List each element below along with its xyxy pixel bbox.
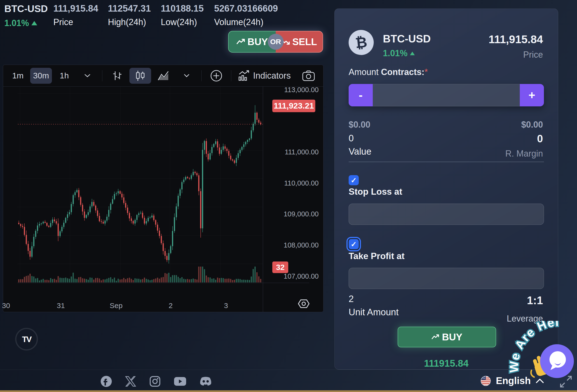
panel-symbol-block: BTC-USD 1.01% (383, 33, 431, 58)
stop-loss-input[interactable] (349, 204, 544, 225)
panel-price: 111,915.84 (489, 33, 543, 46)
price-axis-label: 109,000.00 (275, 210, 319, 218)
time-axis-label: 2 (169, 301, 173, 310)
value-qty: 0 (349, 133, 371, 144)
increase-amount-button[interactable]: + (520, 84, 544, 106)
toolbar-divider (102, 70, 102, 81)
price-axis-label: 110,000.00 (275, 179, 319, 187)
amount-stepper: - + (349, 84, 544, 106)
tradingview-logo[interactable]: TV (15, 328, 38, 351)
amount-contracts-label: Amount Contracts:* (349, 67, 428, 77)
symbol-title: BTC-USD (4, 3, 48, 14)
header-symbol-block: BTC-USD 1.01% (4, 3, 48, 28)
time-axis-label: 30 (2, 301, 10, 310)
time-axis-label: Sep (109, 301, 122, 310)
snapshot-camera-button[interactable] (298, 68, 319, 84)
volume-value-tag: 32 (272, 261, 288, 273)
price-axis-label: 111,000.00 (275, 148, 319, 156)
up-triangle-icon (31, 21, 37, 25)
value-label: Value (349, 146, 371, 157)
interval-30m-button[interactable]: 30m (30, 68, 52, 84)
price-axis-label: 113,000.00 (275, 86, 319, 94)
indicators-icon (238, 70, 250, 81)
trend-up-icon (236, 38, 246, 45)
chat-bubble-button[interactable] (540, 344, 574, 378)
value-usd: $0.00 (349, 120, 371, 130)
stat-volume: 5267.03166609 Volume(24h) (214, 3, 278, 27)
x-twitter-icon[interactable] (125, 376, 136, 387)
unit-value: 2 (349, 294, 398, 304)
leverage-block: 1:1 Leverage (507, 294, 543, 324)
bars-style-button[interactable] (106, 68, 128, 84)
time-axis-label: 3 (224, 301, 228, 310)
youtube-icon[interactable] (174, 377, 187, 386)
change-badge: 1.01% (4, 18, 48, 28)
unit-label: Unit Amount (349, 307, 398, 318)
stat-low: 110188.15 Low(24h) (161, 3, 204, 27)
up-triangle-icon (410, 52, 415, 55)
facebook-icon[interactable] (100, 375, 112, 388)
margin-block: $0.00 0 R. Margin (505, 120, 543, 159)
area-style-button[interactable] (153, 68, 174, 84)
order-panel: ₿ BTC-USD 1.01% 111,915.84 Price Amount … (334, 8, 558, 370)
margin-label: R. Margin (505, 149, 543, 159)
check-icon: ✓ (351, 240, 357, 248)
bottom-accent-bar (0, 390, 577, 392)
buy-submit-button[interactable]: BUY (398, 327, 496, 347)
section-divider (349, 162, 544, 162)
price-axis-label: 107,000.00 (275, 272, 319, 280)
value-block: $0.00 0 Value (349, 120, 371, 157)
panel-symbol: BTC-USD (383, 33, 431, 45)
compare-add-button[interactable] (205, 68, 227, 84)
stat-price: 111,915.84 Price (53, 3, 98, 27)
take-profit-input[interactable] (349, 268, 544, 289)
indicators-button[interactable]: Indicators (235, 68, 293, 84)
panel-change: 1.01% (383, 48, 431, 58)
check-icon: ✓ (351, 176, 357, 185)
chart-toolbar: 1m 30m 1h (3, 65, 323, 87)
margin-qty: 0 (505, 133, 543, 145)
style-dropdown-chevron[interactable] (176, 68, 197, 84)
panel-price-block: 111,915.84 Price (489, 33, 543, 60)
buy-sell-toggle: BUY SELL OR (228, 31, 323, 53)
leverage-value: 1:1 (507, 294, 543, 307)
social-links (100, 375, 212, 388)
toolbar-divider (201, 70, 202, 81)
amount-input[interactable] (373, 84, 520, 106)
candles-style-button[interactable] (129, 68, 151, 84)
take-profit-label: Take Profit at (349, 251, 405, 261)
discord-icon[interactable] (199, 376, 212, 387)
bitcoin-icon: ₿ (347, 29, 375, 56)
interval-1h-button[interactable]: 1h (53, 68, 75, 84)
stop-loss-checkbox[interactable]: ✓ (349, 175, 359, 185)
footer-divider (0, 370, 577, 370)
price-axis-label: 108,000.00 (275, 241, 319, 249)
stat-high: 112547.31 High(24h) (108, 3, 151, 27)
interval-dropdown-chevron[interactable] (76, 68, 98, 84)
decrease-amount-button[interactable]: - (349, 84, 373, 106)
last-price-tag: 111,923.21 (272, 100, 315, 112)
time-axis-label: 31 (57, 301, 65, 310)
take-profit-checkbox[interactable]: ✓ (349, 239, 359, 249)
toolbar-divider (231, 70, 231, 81)
us-flag-icon (480, 376, 491, 386)
instagram-icon[interactable] (149, 375, 161, 388)
axis-settings-icon[interactable] (297, 297, 310, 311)
unit-amount-block: 2 Unit Amount (349, 294, 398, 318)
margin-usd: $0.00 (505, 120, 543, 130)
panel-price-label: Price (489, 50, 543, 60)
trading-app: BTC-USD 1.01% 111,915.84 Price 112547.31… (0, 0, 577, 392)
stop-loss-label: Stop Loss at (349, 187, 402, 197)
trend-up-icon (432, 334, 440, 340)
or-badge: OR (268, 34, 284, 50)
interval-1m-button[interactable]: 1m (7, 68, 29, 84)
chat-widget: We Are Hel (502, 321, 577, 392)
